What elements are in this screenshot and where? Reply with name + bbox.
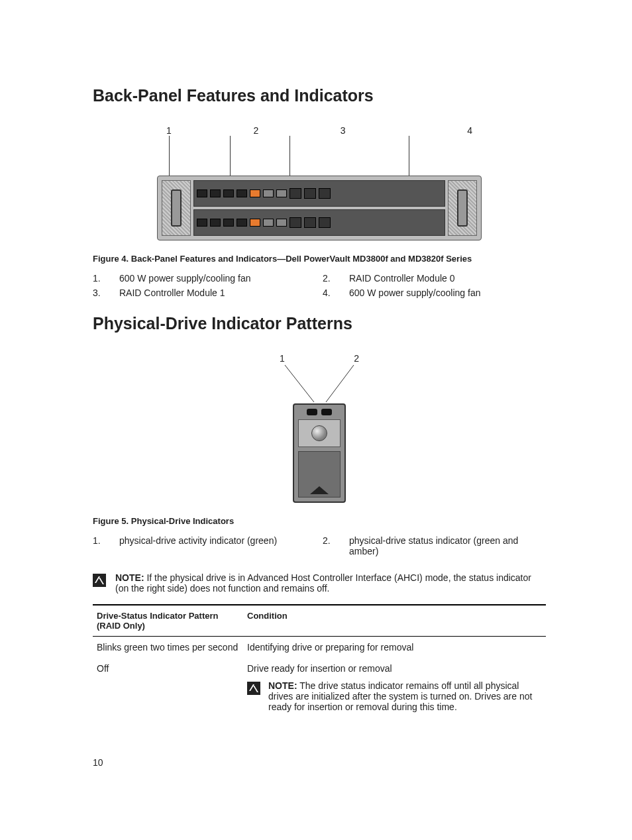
callout-text: 600 W power supply/cooling fan (119, 273, 316, 284)
figure-5: 1 2 (93, 353, 546, 503)
th-pattern: Drive-Status Indicator Pattern (RAID Onl… (93, 605, 243, 637)
table-row: Blinks green two times per second Identi… (93, 637, 546, 658)
callout-number: 2. (323, 535, 342, 556)
heading-physical-drive: Physical-Drive Indicator Patterns (93, 314, 546, 333)
callout-number: 3. (93, 288, 113, 298)
note-ahci: NOTE: If the physical drive is in Advanc… (93, 572, 546, 594)
note-text: NOTE: If the physical drive is in Advanc… (115, 572, 546, 594)
note-label: NOTE: (268, 680, 297, 691)
drive-carrier-icon (298, 451, 341, 498)
note-icon (93, 574, 106, 587)
svg-rect-3 (247, 682, 260, 695)
heading-back-panel: Back-Panel Features and Indicators (93, 86, 546, 105)
figure-5-caption: Figure 5. Physical-Drive Indicators (93, 516, 546, 526)
note-body: The drive status indicator remains off u… (268, 680, 532, 712)
callout-number: 2. (323, 273, 342, 284)
controller-0-icon (193, 180, 445, 207)
figure-5-callout-list: 1. physical-drive activity indicator (gr… (93, 535, 546, 556)
figure-4: 1 2 3 4 (93, 125, 546, 240)
note-text: NOTE: The drive status indicator remains… (268, 680, 546, 712)
callout-text: physical-drive status indicator (green a… (349, 535, 546, 556)
callout-text: RAID Controller Module 1 (119, 288, 316, 298)
page-number: 10 (93, 757, 546, 768)
callout-text: 600 W power supply/cooling fan (349, 288, 546, 298)
drive-illustration (293, 403, 346, 503)
figure-4-illustration: 1 2 3 4 (157, 125, 482, 240)
figure-4-caption: Figure 4. Back-Panel Features and Indica… (93, 254, 546, 264)
figure5-callout-num-2: 2 (354, 353, 359, 364)
note-icon (247, 682, 260, 695)
chassis-illustration (157, 176, 482, 240)
figure-5-illustration: 1 2 (266, 353, 372, 503)
callout-text: RAID Controller Module 0 (349, 273, 546, 284)
svg-line-0 (285, 365, 314, 402)
figure5-leader-lines (266, 364, 372, 403)
figure5-callout-num-1: 1 (280, 353, 285, 364)
drive-status-table: Drive-Status Indicator Pattern (RAID Onl… (93, 604, 546, 717)
figure4-callout-num-2: 2 (253, 125, 258, 136)
figure4-callout-num-1: 1 (166, 125, 172, 136)
psu-left-icon (162, 180, 191, 236)
status-led-icon (321, 409, 332, 415)
note-body: If the physical drive is in Advanced Hos… (115, 572, 531, 594)
activity-led-icon (307, 409, 317, 415)
figure4-callout-num-4: 4 (467, 125, 472, 136)
cell-condition: Drive ready for insertion or removal NOT… (243, 658, 546, 717)
callout-number: 1. (93, 535, 113, 556)
figure-4-callout-list: 1. 600 W power supply/cooling fan 2. RAI… (93, 273, 546, 298)
page: Back-Panel Features and Indicators 1 2 3… (0, 0, 632, 808)
psu-right-icon (448, 180, 477, 236)
note-label: NOTE: (115, 572, 144, 583)
cell-condition: Identifying drive or preparing for remov… (243, 637, 546, 658)
callout-number: 4. (323, 288, 342, 298)
drive-disk-icon (298, 419, 341, 447)
note-drive-init: NOTE: The drive status indicator remains… (247, 680, 546, 712)
svg-line-1 (326, 365, 354, 402)
controller-1-icon (193, 209, 445, 236)
table-row: Off Drive ready for insertion or removal… (93, 658, 546, 717)
cell-pattern: Off (93, 658, 243, 717)
callout-text: physical-drive activity indicator (green… (119, 535, 316, 556)
th-condition: Condition (243, 605, 546, 637)
callout-number: 1. (93, 273, 113, 284)
cell-condition-text: Drive ready for insertion or removal (247, 663, 546, 674)
cell-pattern: Blinks green two times per second (93, 637, 243, 658)
figure4-callout-num-3: 3 (341, 125, 346, 136)
svg-rect-2 (93, 574, 106, 587)
